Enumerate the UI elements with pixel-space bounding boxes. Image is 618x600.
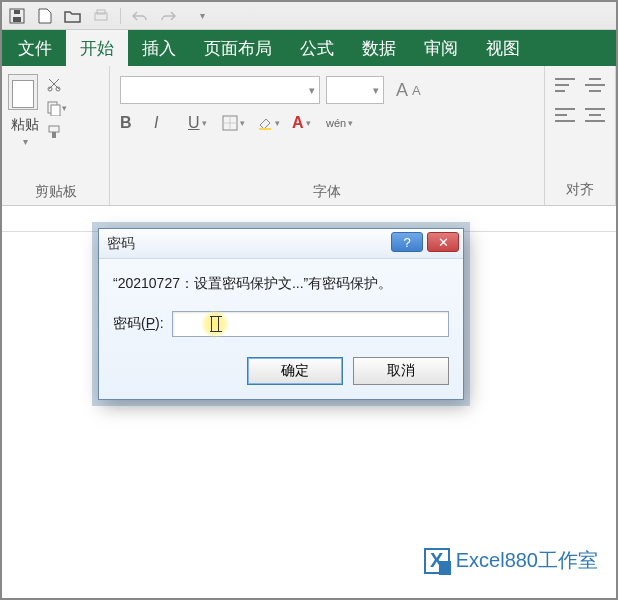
password-input[interactable] (173, 312, 448, 336)
fill-color-button[interactable]: ▾ (257, 115, 280, 131)
svg-rect-10 (52, 132, 56, 138)
increase-font-icon[interactable]: A (396, 80, 408, 101)
svg-rect-9 (49, 126, 59, 132)
font-size-combo[interactable]: ▾ (326, 76, 384, 104)
border-button[interactable]: ▾ (222, 115, 245, 131)
align-middle-icon[interactable] (585, 78, 605, 92)
quick-access-toolbar: ▾ (2, 2, 616, 30)
tab-home[interactable]: 开始 (66, 30, 128, 66)
svg-rect-14 (259, 128, 271, 130)
bold-button[interactable]: B (120, 114, 142, 132)
dialog-message: “20210727：设置密码保护文...”有密码保护。 (113, 275, 449, 293)
ok-button[interactable]: 确定 (247, 357, 343, 385)
open-file-icon[interactable] (64, 7, 82, 25)
tab-review[interactable]: 审阅 (410, 30, 472, 66)
new-file-icon[interactable] (36, 7, 54, 25)
save-icon[interactable] (8, 7, 26, 25)
dialog-title-text: 密码 (107, 235, 135, 253)
dialog-titlebar: 密码 ? ✕ (99, 229, 463, 259)
undo-icon[interactable] (131, 7, 149, 25)
separator (120, 8, 121, 24)
tab-view[interactable]: 视图 (472, 30, 534, 66)
tab-file[interactable]: 文件 (4, 30, 66, 66)
italic-button[interactable]: I (154, 114, 176, 132)
tab-insert[interactable]: 插入 (128, 30, 190, 66)
paste-dropdown-icon[interactable]: ▾ (23, 136, 28, 147)
align-top-icon[interactable] (555, 78, 575, 92)
group-alignment: 对齐 (545, 66, 616, 205)
group-label-font: 字体 (116, 181, 538, 203)
group-label-align: 对齐 (555, 179, 605, 201)
password-dialog: 密码 ? ✕ “20210727：设置密码保护文...”有密码保护。 密码(P)… (98, 228, 464, 400)
font-color-button[interactable]: A▾ (292, 114, 314, 132)
svg-rect-1 (13, 17, 21, 22)
password-label: 密码(P): (113, 315, 164, 333)
decrease-font-icon[interactable]: A (412, 83, 421, 98)
font-name-combo[interactable]: ▾ (120, 76, 320, 104)
svg-rect-2 (14, 10, 20, 14)
align-left-icon[interactable] (555, 108, 575, 122)
tab-formulas[interactable]: 公式 (286, 30, 348, 66)
group-font: ▾ ▾ A A B I U▾ ▾ ▾ A▾ wén▾ 字体 (110, 66, 545, 205)
quick-print-icon[interactable] (92, 7, 110, 25)
group-clipboard: 粘贴 ▾ ▾ 剪贴板 (2, 66, 110, 205)
qat-customize-icon[interactable]: ▾ (193, 7, 211, 25)
paste-label[interactable]: 粘贴 (11, 116, 39, 134)
redo-icon[interactable] (159, 7, 177, 25)
tab-page-layout[interactable]: 页面布局 (190, 30, 286, 66)
group-label-clipboard: 剪贴板 (8, 181, 103, 203)
ribbon-tabs: 文件 开始 插入 页面布局 公式 数据 审阅 视图 (2, 30, 616, 66)
password-input-wrap (172, 311, 449, 337)
ribbon: 粘贴 ▾ ▾ 剪贴板 ▾ ▾ A A B I (2, 66, 616, 206)
watermark-text: Excel880工作室 (456, 547, 598, 574)
watermark: X Excel880工作室 (424, 547, 598, 574)
cancel-button[interactable]: 取消 (353, 357, 449, 385)
align-center-icon[interactable] (585, 108, 605, 122)
phonetic-button[interactable]: wén▾ (326, 117, 353, 129)
underline-button[interactable]: U▾ (188, 114, 210, 132)
svg-rect-8 (51, 105, 60, 116)
watermark-logo-icon: X (424, 548, 450, 574)
tab-data[interactable]: 数据 (348, 30, 410, 66)
dialog-help-button[interactable]: ? (391, 232, 423, 252)
paste-icon[interactable] (8, 74, 42, 114)
cut-icon[interactable] (46, 76, 67, 92)
dialog-close-button[interactable]: ✕ (427, 232, 459, 252)
format-painter-icon[interactable] (46, 124, 67, 140)
copy-icon[interactable]: ▾ (46, 100, 67, 116)
